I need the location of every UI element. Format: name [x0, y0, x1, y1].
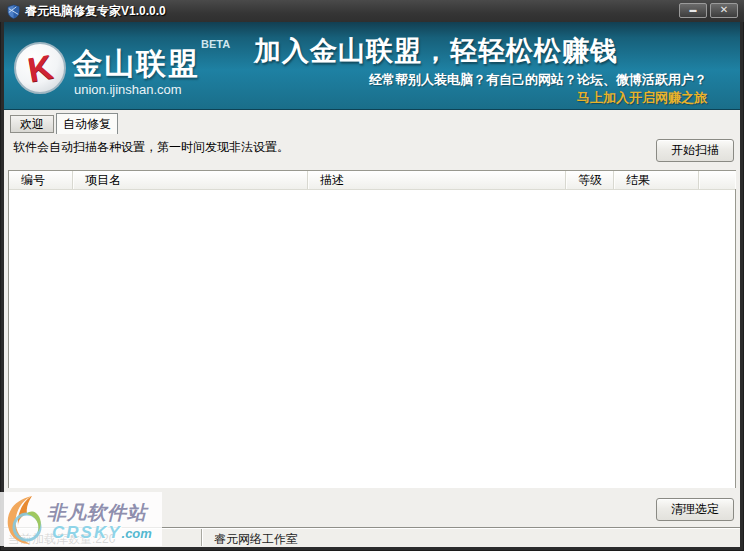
tab-autofix[interactable]: 自动修复 [56, 113, 118, 134]
start-scan-button[interactable]: 开始扫描 [656, 139, 734, 162]
banner-subline: 经常帮别人装电脑？有自己的网站？论坛、微博活跃用户？ [369, 71, 707, 89]
watermark-site-name: CRSKY [52, 523, 122, 542]
column-header-item-name[interactable]: 项目名 [73, 171, 308, 189]
window-title: 睿元电脑修复专家V1.0.0.0 [25, 3, 166, 20]
tab-welcome[interactable]: 欢迎 [10, 115, 54, 133]
minimize-button[interactable]: ▬ [679, 3, 707, 18]
main-panel: 欢迎 自动修复 软件会自动扫描各种设置，第一时间发现非法设置。 开始扫描 编号 … [4, 110, 740, 546]
crsky-swirl-icon [2, 494, 48, 546]
column-header-number[interactable]: 编号 [9, 171, 73, 189]
watermark-site: CRSKY.com [52, 523, 152, 543]
column-header-filler [699, 171, 735, 189]
statusbar-separator [201, 529, 202, 546]
brand-domain: union.ijinshan.com [74, 82, 182, 97]
banner-cta-link[interactable]: 马上加入开启网赚之旅 [577, 89, 707, 107]
watermark-tld: .com [122, 526, 152, 541]
results-table: 编号 项目名 描述 等级 结果 [8, 170, 736, 488]
close-button[interactable]: ✕ [710, 3, 738, 18]
column-header-level[interactable]: 等级 [566, 171, 614, 189]
scan-description: 软件会自动扫描各种设置，第一时间发现非法设置。 [13, 139, 289, 156]
shield-app-icon [6, 4, 21, 19]
banner-headline: 加入金山联盟，轻轻松松赚钱 [254, 33, 618, 69]
crsky-watermark: 非凡软件站 CRSKY.com [0, 492, 162, 546]
column-header-result[interactable]: 结果 [614, 171, 699, 189]
clean-selected-button[interactable]: 清理选定 [656, 498, 734, 521]
kingsoft-logo-icon: K [14, 42, 66, 94]
statusbar-studio-name: 睿元网络工作室 [214, 531, 298, 548]
titlebar: 睿元电脑修复专家V1.0.0.0 ▬ ✕ [0, 0, 744, 22]
results-table-header: 编号 项目名 描述 等级 结果 [9, 171, 735, 190]
brand-name: 金山联盟 [72, 44, 200, 85]
window-frame: K 金山联盟 BETA union.ijinshan.com 加入金山联盟，轻轻… [4, 22, 740, 547]
app-window: 睿元电脑修复专家V1.0.0.0 ▬ ✕ K 金山联盟 BETA union.i… [0, 0, 744, 551]
promo-banner: K 金山联盟 BETA union.ijinshan.com 加入金山联盟，轻轻… [4, 22, 740, 110]
window-controls: ▬ ✕ [679, 3, 738, 18]
beta-badge: BETA [201, 38, 230, 50]
logo-k-letter: K [25, 49, 55, 87]
column-header-description[interactable]: 描述 [308, 171, 566, 189]
results-table-body[interactable] [9, 190, 735, 488]
